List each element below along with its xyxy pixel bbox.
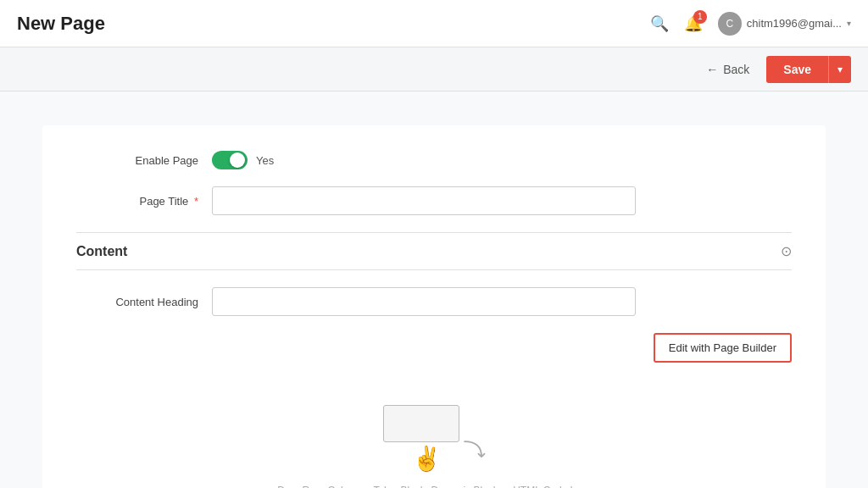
content-heading-label: Content Heading xyxy=(76,296,212,308)
user-email: chitm1996@gmai... xyxy=(747,17,842,30)
drag-arrow-icon xyxy=(459,435,489,469)
toggle-state-label: Yes xyxy=(256,154,274,167)
edit-builder-wrap: Edit with Page Builder xyxy=(76,333,792,363)
content-heading-input[interactable] xyxy=(212,287,636,316)
edit-builder-button[interactable]: Edit with Page Builder xyxy=(654,333,792,363)
notification-bell[interactable]: 🔔 1 xyxy=(684,14,703,33)
page-title: New Page xyxy=(17,13,105,35)
drag-area: ✌ Drag Row, Columns, Tabs, Block, Dynami… xyxy=(76,380,792,488)
content-heading-row: Content Heading xyxy=(76,287,792,316)
back-arrow-icon: ← xyxy=(706,63,718,76)
save-dropdown-button[interactable]: ▾ xyxy=(828,56,851,83)
collapse-icon[interactable]: ⊙ xyxy=(781,243,792,259)
save-button[interactable]: Save xyxy=(766,56,828,83)
content-section-title: Content xyxy=(76,244,127,259)
toggle-wrap: Yes xyxy=(212,151,274,169)
enable-page-label: Enable Page xyxy=(76,154,212,167)
back-button[interactable]: ← Back xyxy=(698,58,758,81)
avatar: C xyxy=(718,12,742,36)
content-section-header: Content ⊙ xyxy=(76,232,792,270)
notification-badge: 1 xyxy=(693,10,707,24)
drag-rect xyxy=(383,405,459,442)
user-menu[interactable]: C chitm1996@gmai... ▾ xyxy=(718,12,851,36)
save-chevron-down-icon: ▾ xyxy=(837,64,843,75)
page-title-row: Page Title * xyxy=(76,186,792,215)
page-title-label: Page Title * xyxy=(76,195,212,208)
search-icon[interactable]: 🔍 xyxy=(650,14,669,33)
save-group: Save ▾ xyxy=(766,56,851,83)
chevron-down-icon: ▾ xyxy=(847,19,851,28)
drag-instructions-text: Drag Row, Columns, Tabs, Block, Dynamic … xyxy=(277,485,590,488)
header-actions: 🔍 🔔 1 C chitm1996@gmai... ▾ xyxy=(650,12,851,36)
toolbar: ← Back Save ▾ xyxy=(0,47,868,92)
toggle-knob xyxy=(230,152,245,168)
enable-page-row: Enable Page Yes xyxy=(76,151,792,169)
enable-page-toggle[interactable] xyxy=(212,151,248,169)
top-header: New Page 🔍 🔔 1 C chitm1996@gmai... ▾ xyxy=(0,0,868,47)
drag-hand-icon: ✌ xyxy=(412,445,442,473)
required-marker: * xyxy=(194,195,198,208)
drag-visual: ✌ xyxy=(375,405,493,473)
page-title-input[interactable] xyxy=(212,186,636,215)
main-content: Enable Page Yes Page Title * Content ⊙ C… xyxy=(42,125,826,488)
